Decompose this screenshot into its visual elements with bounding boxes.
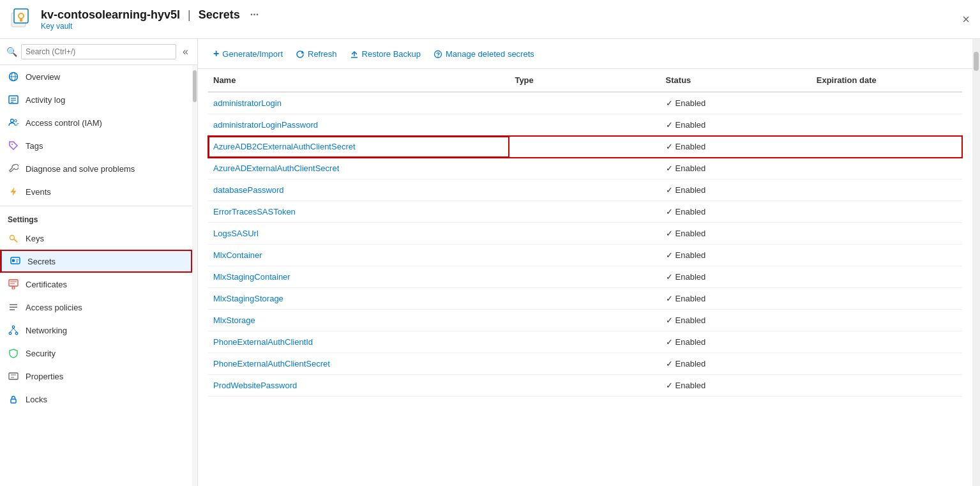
sidebar-item-events[interactable]: Events — [0, 180, 192, 203]
secret-expiration-cell — [811, 179, 962, 201]
svg-line-31 — [10, 328, 13, 332]
svg-rect-33 — [9, 373, 18, 379]
main-layout: 🔍 « Overview Activity log — [0, 39, 980, 486]
column-header-type: Type — [509, 69, 660, 92]
secret-name-cell[interactable]: MlxContainer — [208, 245, 509, 266]
toolbar: + Generate/Import Refresh Restore Backup — [198, 39, 972, 69]
table-row[interactable]: ProdWebsitePassword✓Enabled — [208, 375, 962, 397]
resource-name: kv-contosolearning-hyv5l — [41, 8, 180, 22]
svg-point-39 — [437, 56, 439, 57]
secret-type-cell — [509, 92, 660, 114]
secret-type-cell — [509, 114, 660, 136]
sidebar-collapse-button[interactable]: « — [180, 45, 191, 59]
table-row[interactable]: MlxContainer✓Enabled — [208, 245, 962, 266]
sidebar-item-label-security: Security — [26, 349, 56, 358]
secret-name-cell[interactable]: PhoneExternalAuthClientId — [208, 331, 509, 353]
sidebar-item-label-networking: Networking — [26, 326, 67, 335]
people-icon — [8, 117, 19, 128]
secret-name-cell[interactable]: administratorLogin — [208, 92, 509, 114]
secret-type-cell — [509, 158, 660, 179]
secret-status-cell: ✓Enabled — [661, 136, 811, 158]
secret-expiration-cell — [811, 158, 962, 179]
generate-import-button[interactable]: + Generate/Import — [208, 45, 288, 62]
sidebar-item-diagnose[interactable]: Diagnose and solve problems — [0, 157, 192, 180]
sidebar-inner: Overview Activity log Access control (IA… — [0, 65, 197, 486]
sidebar-item-properties[interactable]: Properties — [0, 365, 192, 388]
content-scrollbar-track — [972, 39, 980, 486]
search-input[interactable] — [21, 44, 176, 59]
table-row[interactable]: MlxStagingContainer✓Enabled — [208, 266, 962, 288]
secret-name-cell[interactable]: ProdWebsitePassword — [208, 375, 509, 397]
secret-name-cell[interactable]: databasePassword — [208, 179, 509, 201]
sidebar-item-label-diagnose: Diagnose and solve problems — [26, 164, 135, 174]
header-ellipsis[interactable]: ··· — [250, 9, 259, 20]
sidebar-item-locks[interactable]: Locks — [0, 388, 192, 411]
secret-type-cell — [509, 375, 660, 397]
sidebar-item-tags[interactable]: Tags — [0, 134, 192, 157]
sidebar-item-networking[interactable]: Networking — [0, 319, 192, 342]
secret-name-cell[interactable]: MlxStorage — [208, 310, 509, 331]
secret-status-cell: ✓Enabled — [661, 375, 811, 397]
sidebar-item-security[interactable]: Security — [0, 342, 192, 365]
secret-type-cell — [509, 201, 660, 223]
plus-icon: + — [213, 48, 219, 59]
sidebar-item-label-properties: Properties — [26, 372, 63, 381]
secret-type-cell — [509, 179, 660, 201]
table-row[interactable]: PhoneExternalAuthClientId✓Enabled — [208, 331, 962, 353]
secret-name-cell[interactable]: administratorLoginPassword — [208, 114, 509, 136]
secret-expiration-cell — [811, 245, 962, 266]
restore-backup-button[interactable]: Restore Backup — [345, 46, 426, 61]
table-row[interactable]: ErrorTracesSASToken✓Enabled — [208, 201, 962, 223]
secret-expiration-cell — [811, 92, 962, 114]
svg-point-29 — [9, 332, 11, 335]
secret-name-cell[interactable]: AzureADExternalAuthClientSecret — [208, 158, 509, 179]
secret-status-cell: ✓Enabled — [661, 114, 811, 136]
sidebar-item-access-policies[interactable]: Access policies — [0, 296, 192, 319]
table-row[interactable]: LogsSASUrl✓Enabled — [208, 223, 962, 245]
svg-rect-36 — [11, 399, 16, 403]
secret-status-cell: ✓Enabled — [661, 266, 811, 288]
secret-expiration-cell — [811, 288, 962, 310]
secret-expiration-cell — [811, 310, 962, 331]
resource-type-link[interactable]: Key vault — [41, 22, 259, 31]
sidebar-scrollbar-track — [192, 65, 197, 486]
secret-name-cell[interactable]: PhoneExternalAuthClientSecret — [208, 353, 509, 375]
sidebar-item-label-overview: Overview — [26, 72, 60, 82]
table-row[interactable]: PhoneExternalAuthClientSecret✓Enabled — [208, 353, 962, 375]
svg-point-11 — [11, 119, 14, 123]
sidebar-item-secrets[interactable]: Secrets — [0, 250, 192, 273]
bolt-icon — [8, 186, 19, 197]
table-row[interactable]: AzureADB2CExternalAuthClientSecret✓Enabl… — [208, 136, 962, 158]
sidebar-item-certificates[interactable]: Certificates — [0, 273, 192, 296]
table-row[interactable]: MlxStagingStorage✓Enabled — [208, 288, 962, 310]
svg-rect-3 — [20, 18, 22, 22]
svg-point-12 — [15, 119, 17, 122]
secret-name-cell[interactable]: MlxStagingContainer — [208, 266, 509, 288]
manage-deleted-button[interactable]: Manage deleted secrets — [428, 46, 539, 61]
settings-section-label: Settings — [0, 209, 192, 227]
lock-icon — [8, 393, 19, 405]
sidebar-item-keys[interactable]: Keys — [0, 227, 192, 250]
secret-status-cell: ✓Enabled — [661, 288, 811, 310]
page-title: Secrets — [199, 8, 240, 22]
sidebar-item-access-control[interactable]: Access control (IAM) — [0, 111, 192, 134]
secret-expiration-cell — [811, 266, 962, 288]
secret-status-cell: ✓Enabled — [661, 201, 811, 223]
table-row[interactable]: administratorLoginPassword✓Enabled — [208, 114, 962, 136]
table-row[interactable]: administratorLogin✓Enabled — [208, 92, 962, 114]
secret-type-cell — [509, 353, 660, 375]
close-button[interactable]: × — [962, 12, 970, 27]
secret-name-cell[interactable]: AzureADB2CExternalAuthClientSecret — [208, 136, 509, 158]
secret-name-cell[interactable]: ErrorTracesSASToken — [208, 201, 509, 223]
refresh-button[interactable]: Refresh — [290, 46, 342, 61]
table-row[interactable]: MlxStorage✓Enabled — [208, 310, 962, 331]
secret-name-cell[interactable]: MlxStagingStorage — [208, 288, 509, 310]
table-row[interactable]: AzureADExternalAuthClientSecret✓Enabled — [208, 158, 962, 179]
table-row[interactable]: databasePassword✓Enabled — [208, 179, 962, 201]
page-header: kv-contosolearning-hyv5l | Secrets ··· K… — [0, 0, 980, 39]
header-title-group: kv-contosolearning-hyv5l | Secrets ··· K… — [41, 8, 259, 31]
sidebar-item-overview[interactable]: Overview — [0, 65, 192, 88]
secret-status-cell: ✓Enabled — [661, 310, 811, 331]
sidebar-item-activity-log[interactable]: Activity log — [0, 88, 192, 111]
secret-name-cell[interactable]: LogsSASUrl — [208, 223, 509, 245]
